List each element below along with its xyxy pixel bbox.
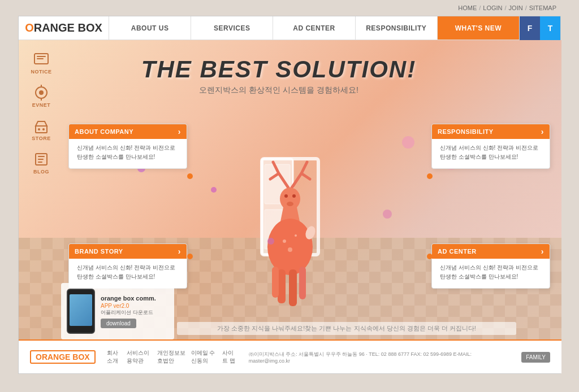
svg-point-29 — [283, 239, 286, 243]
svg-rect-25 — [289, 269, 297, 306]
outer-wrapper: HOME / LOGIN / JOIN / SITEMAP O RANGE BO… — [0, 0, 579, 392]
phone-icon — [67, 289, 95, 334]
connector-dot-about — [187, 173, 193, 179]
brand-story-header[interactable]: BRAND STORY › — [69, 244, 187, 259]
login-link[interactable]: LOGIN — [483, 5, 502, 11]
join-link[interactable]: JOIN — [509, 5, 523, 11]
svg-point-8 — [38, 128, 40, 130]
responsibility-text: 신개념 서비스의 신화! 전략과 비전으로 탄생한 소셜박스를 만나보세요! — [440, 143, 542, 162]
notice-label: NOTICE — [31, 69, 51, 75]
footer-link-1[interactable]: 서비스이용약관 — [127, 349, 152, 365]
app-section: orange box comm. APP ver2.0 어플리케이션 다운로드 … — [61, 283, 174, 339]
blog-icon — [32, 151, 50, 167]
about-company-title: ABOUT COMPANY — [75, 128, 133, 135]
nav-about[interactable]: ABOUT US — [109, 16, 191, 40]
nav-items: ABOUT US SERVICES AD CENTER RESPONSIBILI… — [109, 16, 520, 40]
responsibility-arrow[interactable]: › — [541, 127, 544, 136]
app-info: orange box comm. APP ver2.0 어플리케이션 다운로드 … — [101, 294, 168, 328]
brand-story-arrow[interactable]: › — [178, 247, 181, 256]
footer-link-2[interactable]: 개인정보보호법안 — [157, 349, 185, 365]
svg-rect-26 — [272, 267, 279, 298]
svg-rect-24 — [278, 269, 286, 303]
brand-story-title: BRAND STORY — [75, 248, 123, 255]
svg-point-4 — [39, 90, 44, 95]
about-company-box: ABOUT COMPANY › 신개념 서비스의 신화! 전략과 비전으로 탄생… — [68, 124, 187, 169]
ad-center-title: AD CENTER — [438, 248, 477, 255]
brand-story-text: 신개념 서비스의 신화! 전략과 비전으로 탄생한 소셜박스를 만나보세요! — [77, 263, 179, 281]
top-bar: HOME / LOGIN / JOIN / SITEMAP — [18, 0, 561, 16]
nav-services[interactable]: SERVICES — [191, 16, 273, 40]
svg-point-21 — [292, 194, 296, 198]
ad-center-arrow[interactable]: › — [541, 247, 544, 256]
ad-center-header[interactable]: AD CENTER › — [432, 244, 550, 259]
sidebar-icons: NOTICE EVNET — [19, 40, 64, 339]
sitemap-link[interactable]: SITEMAP — [529, 5, 556, 11]
evnet-icon — [32, 85, 50, 101]
app-desc: 어플리케이션 다운로드 — [101, 309, 168, 316]
nav-bar: O RANGE BOX ABOUT US SERVICES AD CENTER … — [19, 16, 560, 40]
nav-social: F T — [520, 16, 560, 40]
svg-point-23 — [267, 219, 313, 275]
sidebar-item-blog[interactable]: BLOG — [32, 151, 50, 175]
hero-subtitle: 오렌지박스의 환상적인 시스템을 경험하세요! — [109, 85, 448, 95]
app-name: orange box comm. — [101, 294, 168, 302]
svg-point-30 — [295, 234, 297, 237]
about-company-text: 신개념 서비스의 신화! 전략과 비전으로 탄생한 소셜박스를 만나보세요! — [77, 143, 179, 162]
footer-family-select[interactable]: FAMILY — [521, 352, 550, 363]
footer-link-0[interactable]: 회사소개 — [107, 349, 121, 365]
svg-point-22 — [287, 202, 293, 206]
svg-rect-11 — [38, 156, 45, 157]
logo-o: O — [25, 21, 34, 34]
svg-rect-7 — [36, 126, 47, 133]
svg-point-9 — [42, 128, 45, 130]
home-link[interactable]: HOME — [458, 5, 477, 11]
footer-logo: ORANGE BOX — [30, 350, 96, 364]
svg-point-31 — [288, 247, 292, 252]
facebook-button[interactable]: F — [520, 16, 540, 40]
svg-rect-2 — [37, 58, 44, 59]
notice-icon — [32, 51, 50, 67]
nav-adcenter[interactable]: AD CENTER — [273, 16, 355, 40]
responsibility-box: RESPONSIBILITY › 신개념 서비스의 신화! 전략과 비전으로 탄… — [431, 124, 550, 169]
site-wrapper: O RANGE BOX ABOUT US SERVICES AD CENTER … — [18, 16, 561, 374]
brand-story-box: BRAND STORY › 신개념 서비스의 신화! 전략과 비전으로 탄생한 … — [68, 243, 187, 289]
sidebar-item-notice[interactable]: NOTICE — [31, 51, 51, 75]
app-version: APP ver2.0 — [101, 303, 168, 309]
svg-rect-27 — [299, 267, 306, 299]
responsibility-title: RESPONSIBILITY — [438, 128, 494, 135]
svg-point-20 — [284, 194, 288, 198]
site-logo[interactable]: O RANGE BOX — [19, 16, 109, 40]
twitter-button[interactable]: T — [540, 16, 560, 40]
deco-dot-2 — [211, 187, 217, 193]
svg-rect-13 — [38, 162, 42, 163]
deco-dot-6 — [267, 238, 274, 245]
footer: ORANGE BOX 회사소개 서비스이용약관 개인정보보호법안 이메일 수신동… — [19, 339, 561, 373]
hero-section: NOTICE EVNET — [19, 40, 561, 339]
footer-link-3[interactable]: 이메일 수신동의 — [191, 349, 217, 365]
hero-title: THE BEST SOLUTION! — [109, 56, 448, 83]
download-button[interactable]: download — [101, 319, 136, 328]
nav-whatsnew[interactable]: WHAT'S NEW — [438, 16, 520, 40]
about-company-header[interactable]: ABOUT COMPANY › — [69, 124, 187, 139]
svg-rect-1 — [37, 56, 46, 57]
nav-responsibility[interactable]: RESPONSIBILITY — [356, 16, 438, 40]
footer-contact: ㈜이미지박스내 주소: 서울특별시 우우주 하늘동 96 ∙ TEL: 02 8… — [249, 351, 510, 364]
connector-dot-resp — [427, 173, 433, 179]
about-company-arrow[interactable]: › — [178, 127, 181, 136]
store-label: STORE — [32, 136, 50, 141]
blog-label: BLOG — [33, 169, 49, 175]
logo-text: RANGE BOX — [34, 21, 102, 34]
bottom-tagline: 가장 소중한 지식을 나눠주세요!찾는 기쁜 나누는 지식속에서 당신의 경험은… — [177, 322, 516, 335]
sidebar-item-store[interactable]: STORE — [32, 118, 50, 141]
ad-center-text: 신개념 서비스의 신화! 전략과 비전으로 탄생한 소셜박스를 만나보세요! — [440, 263, 542, 281]
connector-dot-ad — [427, 254, 433, 259]
footer-link-4[interactable]: 사이트 맵 — [222, 349, 237, 365]
connector-dot-brand — [187, 254, 193, 259]
deco-dot-5 — [383, 210, 392, 219]
deco-dot-3 — [402, 136, 414, 149]
svg-point-19 — [280, 188, 300, 210]
phone-screen — [70, 294, 92, 326]
responsibility-header[interactable]: RESPONSIBILITY › — [432, 124, 550, 139]
sidebar-item-evnet[interactable]: EVNET — [32, 85, 51, 108]
svg-rect-12 — [38, 159, 44, 160]
